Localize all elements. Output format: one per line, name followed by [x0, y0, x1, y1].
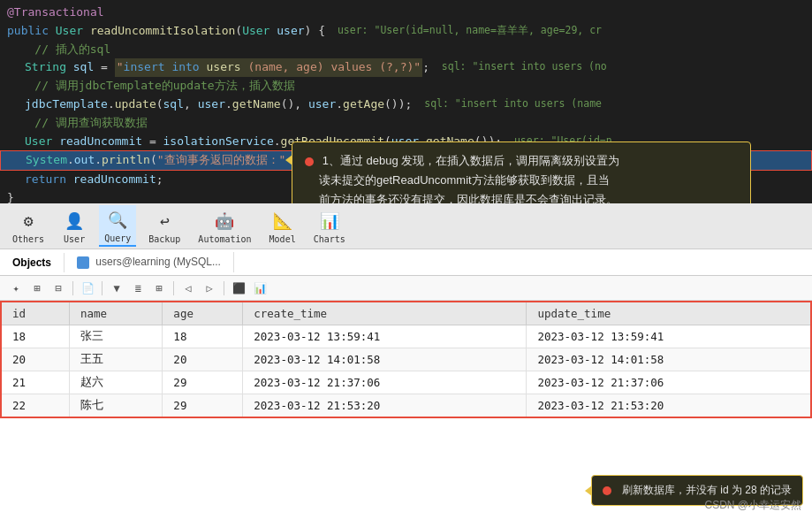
- col-update-time: update_time: [527, 302, 811, 325]
- cell-id: 22: [1, 394, 70, 418]
- code-line-4: // 调用jdbcTemplate的update方法，插入数据: [0, 77, 812, 96]
- cell-create_time: 2023-03-12 21:37:06: [243, 371, 527, 394]
- data-table-container: id name age create_time update_time 18张三…: [0, 301, 812, 520]
- col-name: name: [70, 302, 163, 325]
- dot-red-2: [603, 486, 611, 495]
- cell-name: 王五: [70, 348, 163, 371]
- col-age: age: [163, 302, 243, 325]
- cell-age: 29: [163, 394, 243, 418]
- tooltip-line3: 前方法的事务还没有提交，因此数据库是不会查询出记录。: [319, 193, 618, 203]
- watermark: CSDN @小幸运安然: [704, 498, 801, 513]
- sep-1: [72, 281, 73, 295]
- automation-icon: 🤖: [212, 208, 237, 233]
- toolbar-backup[interactable]: ↩ Backup: [143, 206, 186, 246]
- action-export[interactable]: ⬛: [230, 279, 247, 297]
- db-tabs: Objects users@learning (MySQL...: [0, 249, 812, 276]
- toolbar-automation[interactable]: 🤖 Automation: [193, 206, 256, 246]
- toolbar-others-label: Others: [12, 234, 44, 244]
- cell-id: 18: [1, 325, 70, 348]
- table-row[interactable]: 22陈七292023-03-12 21:53:202023-03-12 21:5…: [1, 394, 811, 418]
- action-chart[interactable]: 📊: [251, 279, 269, 297]
- action-delete[interactable]: ⊟: [49, 279, 67, 297]
- toolbar-charts-label: Charts: [314, 234, 345, 244]
- cell-update_time: 2023-03-12 13:59:41: [527, 325, 811, 348]
- toolbar-others[interactable]: ⚙ Others: [7, 206, 49, 246]
- sep-3: [173, 281, 174, 295]
- cell-create_time: 2023-03-12 14:01:58: [243, 348, 527, 371]
- toolbar-automation-label: Automation: [198, 234, 251, 244]
- cell-name: 陈七: [70, 394, 163, 418]
- action-grid[interactable]: ⊞: [150, 279, 168, 297]
- charts-icon: 📊: [317, 208, 342, 233]
- query-icon: 🔍: [105, 207, 130, 232]
- action-filter[interactable]: ▼: [108, 279, 125, 297]
- tab-objects[interactable]: Objects: [0, 253, 65, 272]
- sep-2: [102, 281, 102, 295]
- action-edit[interactable]: 📄: [79, 279, 96, 297]
- code-line-annotation: @Transactional: [0, 4, 812, 22]
- cell-update_time: 2023-03-12 21:37:06: [527, 371, 811, 394]
- action-next[interactable]: ▷: [201, 279, 218, 297]
- code-tooltip: 1、通过 debug 发现，在插入数据后，调用隔离级别设置为 读未提交的getR…: [292, 141, 751, 203]
- cell-age: 18: [163, 325, 243, 348]
- action-sort[interactable]: ≣: [129, 279, 147, 297]
- code-line-1: public User readUncommitIsolation ( User…: [0, 22, 812, 41]
- others-icon: ⚙: [16, 208, 41, 233]
- table-header-row: id name age create_time update_time: [1, 302, 811, 325]
- sep-4: [224, 281, 224, 295]
- toolbar-query[interactable]: 🔍 Query: [99, 205, 136, 247]
- tab-objects-label: Objects: [12, 256, 51, 269]
- col-id: id: [1, 302, 70, 325]
- cell-name: 张三: [70, 325, 163, 348]
- toolbar-query-label: Query: [104, 233, 131, 243]
- action-add[interactable]: ✦: [7, 279, 25, 297]
- table-row[interactable]: 21赵六292023-03-12 21:37:062023-03-12 21:3…: [1, 371, 811, 394]
- table-icon: [77, 256, 89, 269]
- table-note-text: 刷新数据库，并没有 id 为 28 的记录: [622, 483, 792, 498]
- db-area: ⚙ Others 👤 User 🔍 Query ↩ Backup 🤖 Autom…: [0, 203, 812, 520]
- code-line-6: // 调用查询获取数据: [0, 114, 812, 133]
- cell-update_time: 2023-03-12 14:01:58: [527, 348, 811, 371]
- cell-age: 29: [163, 371, 243, 394]
- action-row: ✦ ⊞ ⊟ 📄 ▼ ≣ ⊞ ◁ ▷ ⬛ 📊: [0, 276, 812, 301]
- action-copy[interactable]: ⊞: [28, 279, 46, 297]
- toolbar-model-label: Model: [269, 234, 296, 244]
- code-line-2: // 插入的sql: [0, 41, 812, 59]
- toolbar-user-label: User: [64, 234, 85, 244]
- table-row[interactable]: 18张三182023-03-12 13:59:412023-03-12 13:5…: [1, 325, 811, 348]
- tooltip-text: 1、通过 debug 发现，在插入数据后，调用隔离级别设置为: [323, 154, 620, 167]
- model-icon: 📐: [270, 208, 295, 233]
- tab-query[interactable]: users@learning (MySQL...: [65, 252, 234, 272]
- action-prev[interactable]: ◁: [179, 279, 197, 297]
- toolbar-user[interactable]: 👤 User: [57, 206, 92, 246]
- toolbar-model[interactable]: 📐 Model: [264, 206, 301, 246]
- cell-name: 赵六: [70, 371, 163, 394]
- tab-query-label: users@learning (MySQL...: [95, 256, 221, 268]
- code-line-5: jdbcTemplate . update ( sql , user . get…: [0, 96, 812, 114]
- cell-update_time: 2023-03-12 21:53:20: [527, 394, 811, 418]
- cell-id: 21: [1, 371, 70, 394]
- user-icon: 👤: [62, 208, 87, 233]
- dot-red-1: [305, 157, 314, 166]
- tooltip-line2: 读未提交的getReadUncommit方法能够获取到数据，且当: [319, 173, 610, 187]
- cell-create_time: 2023-03-12 21:53:20: [243, 394, 527, 418]
- backup-icon: ↩: [152, 208, 177, 233]
- col-create-time: create_time: [243, 302, 527, 325]
- data-table: id name age create_time update_time 18张三…: [0, 301, 812, 418]
- table-row[interactable]: 20王五202023-03-12 14:01:582023-03-12 14:0…: [1, 348, 811, 371]
- toolbar-backup-label: Backup: [148, 234, 180, 244]
- cell-id: 20: [1, 348, 70, 371]
- cell-create_time: 2023-03-12 13:59:41: [243, 325, 527, 348]
- code-editor: @Transactional public User readUncommitI…: [0, 0, 812, 203]
- db-toolbar: ⚙ Others 👤 User 🔍 Query ↩ Backup 🤖 Autom…: [0, 203, 812, 249]
- cell-age: 20: [163, 348, 243, 371]
- code-line-3: String sql = "insert into users (name, a…: [0, 58, 812, 77]
- toolbar-charts[interactable]: 📊 Charts: [308, 206, 351, 246]
